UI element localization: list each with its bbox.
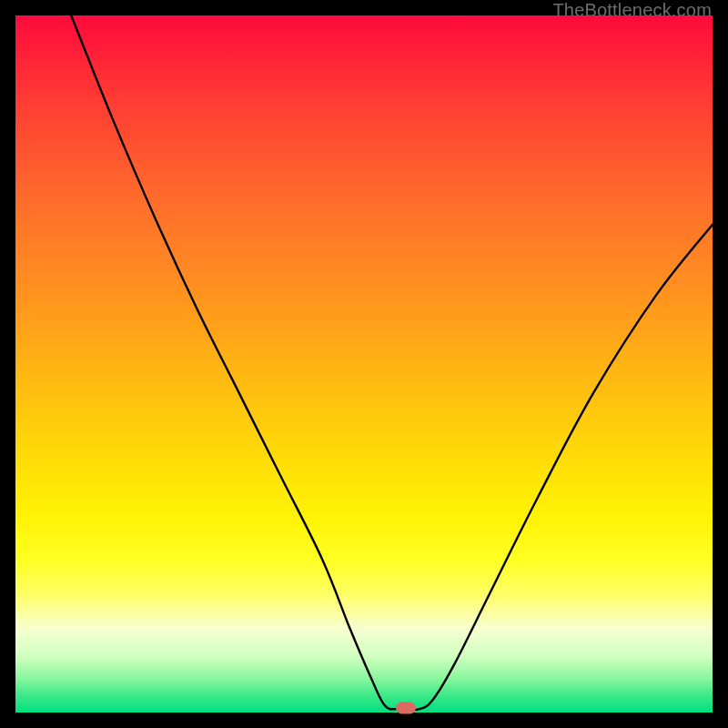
chart-container: TheBottleneck.com [0, 0, 728, 728]
bottleneck-curve-path [71, 15, 713, 710]
curve-svg [15, 15, 713, 713]
optimal-marker [396, 702, 416, 713]
plot-area [15, 15, 713, 713]
